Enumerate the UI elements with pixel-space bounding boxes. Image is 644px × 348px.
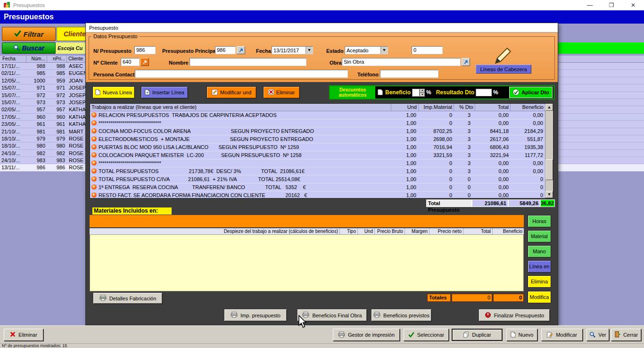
trabajo-row[interactable]: +*******************************1,00030,… (90, 159, 545, 167)
cliente-lookup-button[interactable] (140, 58, 149, 66)
principal-label: Presupuesto Principal (162, 48, 217, 54)
trabajo-row[interactable]: +ELECTRODOMESTICOS + MONTAJE SEGUN PROYE… (90, 135, 545, 143)
close-button[interactable]: ✕ (622, 0, 644, 10)
estado-num-field[interactable]: 0 (412, 46, 443, 54)
add-line-icon: + (90, 111, 98, 119)
printer-icon (373, 312, 380, 319)
printer-icon (99, 295, 107, 302)
page-title: Presupuestos (0, 10, 644, 24)
trabajo-row[interactable]: +RESTO FACT. SE ACORDARA FORMA FINANCIAC… (90, 191, 545, 198)
column-precio-bruto: Precio Bruto (375, 228, 405, 234)
add-line-icon: + (90, 167, 98, 175)
gestor-impresion-button[interactable]: Gestor de impresión (333, 329, 400, 341)
principal-field[interactable]: 986 (215, 46, 236, 54)
magnifier-icon (13, 44, 20, 52)
column-fecha[interactable]: Fecha (1, 56, 26, 62)
trabajos-rows: +RELACION PRESUPUESTOS TRABAJOS DE CARPI… (90, 111, 545, 198)
beneficios-final-obra-button[interactable]: Beneficios Final Obra (297, 309, 367, 321)
fecha-dropdown[interactable]: 13/11/2017 (272, 46, 313, 54)
buscar-button[interactable]: Buscar (2, 42, 56, 54)
scroll-up-icon[interactable] (545, 104, 553, 111)
nombre-field[interactable] (190, 58, 306, 66)
eliminar-button[interactable]: Eliminar (4, 329, 43, 341)
trabajo-row[interactable]: +COCINA MOD-FOCUS COLOR ARENA SEGUN PROY… (90, 127, 545, 135)
material-button[interactable]: Material (528, 230, 551, 242)
column-npri[interactable]: nPri... (47, 56, 67, 62)
finalizar-presupuesto-button[interactable]: Finalizar Presupuesto (479, 309, 550, 321)
filtrar-button[interactable]: Filtrar (2, 27, 56, 41)
scroll-down-icon[interactable] (545, 191, 553, 198)
nueva-linea-button[interactable]: Nueva Linea (92, 86, 135, 99)
beneficios-previstos-button[interactable]: Beneficios previstos (372, 309, 431, 321)
trabajo-row[interactable]: +RELACION PRESUPUESTOS TRABAJOS DE CARPI… (90, 111, 545, 119)
lineas-cabezera-button[interactable]: Líneas de Cabezera (476, 65, 531, 74)
x-icon (10, 331, 16, 338)
nuevo-button[interactable]: Nuevo (506, 329, 537, 341)
beneficio-spinner[interactable] (412, 89, 425, 97)
column-tipo: Tipo (340, 228, 358, 234)
persona-contacto-field[interactable] (135, 70, 348, 78)
insertar-linea-button[interactable]: Insertar Línea (141, 86, 188, 99)
obra-lookup-button[interactable] (462, 58, 470, 66)
add-line-icon: + (90, 143, 98, 151)
duplicar-button[interactable]: Duplicar (452, 329, 503, 341)
obra-field[interactable]: Sin Obra (342, 58, 461, 66)
despieze-empty-area[interactable] (90, 235, 524, 291)
imp-presupuesto-button[interactable]: Imp. presupuesto (224, 309, 287, 321)
minimize-button[interactable]: — (579, 0, 601, 10)
nombre-label: Nombre (169, 60, 189, 66)
resultado-dto-field[interactable] (476, 89, 492, 96)
modifica-button[interactable]: Modifica (528, 291, 551, 303)
column-total: Total (475, 104, 511, 111)
trabajo-row[interactable]: +COLOCACION PARQUET MEISTER LC-200 SEGUN… (90, 151, 545, 159)
modificar-und-button[interactable]: Modificar und (206, 86, 256, 99)
trabajo-row[interactable]: +PUERTAS BLOC MOD 950 LISA LAC/BLANCO SE… (90, 143, 545, 151)
dialog-title: Presupuesto (86, 23, 558, 33)
elimina-button[interactable]: Elimina (528, 275, 551, 288)
ver-button[interactable]: Ver (586, 329, 609, 341)
trabajo-row[interactable]: +TOTAL PRESUPUESTO C/IVA 21086,61 + 21% … (90, 175, 545, 183)
n-cliente-field[interactable]: 640 (121, 58, 140, 66)
document-icon (378, 89, 383, 96)
column-num[interactable]: Núm... (26, 56, 47, 62)
telefono-field[interactable] (380, 70, 438, 78)
spin-up-icon[interactable] (420, 89, 425, 93)
n-presupuesto-field[interactable]: 986 (134, 46, 156, 54)
column-beneficio: Beneficio (511, 104, 545, 111)
chevron-down-icon[interactable] (380, 47, 388, 54)
spin-down-icon[interactable] (420, 92, 425, 97)
horas-button[interactable]: Horas (528, 215, 551, 227)
linea-en-button[interactable]: Línea en (528, 260, 551, 273)
add-line-icon: + (90, 119, 98, 127)
trabajos-header: Trabajos a realizar (líneas que vera el … (90, 104, 545, 111)
descuentos-automaticos-label: Descuentos automáticos (330, 86, 375, 99)
column-und: Und (358, 228, 375, 234)
principal-lookup-button[interactable] (237, 46, 245, 54)
estado-dropdown[interactable]: Aceptado (345, 46, 388, 54)
cerrar-button[interactable]: Cerrar (611, 329, 641, 341)
seleccionar-button[interactable]: Seleccionar (404, 329, 449, 341)
trabajos-title-column: Trabajos a realizar (líneas que vera el … (90, 104, 391, 111)
check-icon (14, 30, 21, 38)
modificar-button[interactable]: Modificar (541, 329, 583, 341)
aplicar-dto-button[interactable]: Aplicar Dto (509, 87, 553, 98)
add-line-icon: + (90, 127, 98, 135)
printer-icon (338, 331, 345, 339)
chevron-down-icon[interactable] (305, 47, 313, 54)
add-line-icon: + (90, 135, 98, 143)
trabajos-scrollbar[interactable] (545, 104, 553, 198)
column-total: Total (463, 228, 493, 234)
trabajo-row[interactable]: +*******************************1,00030,… (90, 119, 545, 127)
scroll-thumb[interactable] (545, 159, 553, 180)
mano-button[interactable]: Mano (528, 245, 551, 257)
maximize-button[interactable]: ❐ (601, 0, 622, 10)
add-line-icon: + (90, 175, 98, 183)
fecha-label: Fecha (256, 48, 271, 54)
column-imp-material: Imp.Material (419, 104, 454, 111)
detalles-fabricacion-button[interactable]: Detalles Fabricación (93, 293, 162, 304)
totales-value-1: 0 (452, 294, 492, 302)
eliminar-linea-button[interactable]: Eliminar (263, 86, 300, 99)
trabajo-row[interactable]: +TOTAL PRESUPUESTOS 21738,78€ DESC/ 3% T… (90, 167, 545, 175)
trabajo-row[interactable]: +1ª ENTREGA RESERVA COCINA TRANFEREN/ BA… (90, 183, 545, 191)
printer-icon (302, 312, 309, 319)
